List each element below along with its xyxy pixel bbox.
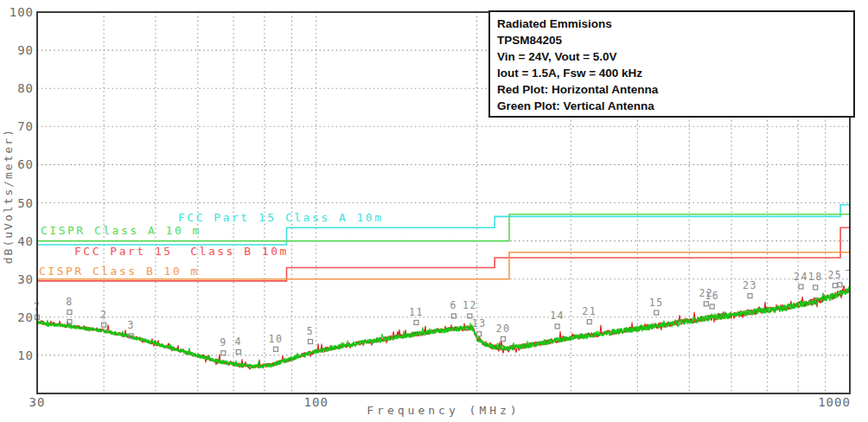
peak-marker-number: 16 bbox=[705, 290, 719, 302]
trace-vertical-antenna-pass2 bbox=[37, 289, 850, 368]
peak-marker-number: 18 bbox=[808, 271, 823, 283]
limit-label-fcc-class-b: FCC Part 15 Class B 10m bbox=[74, 245, 289, 258]
peak-marker-number: 13 bbox=[472, 317, 487, 329]
radiated-emissions-chart: 782394105116121320142115221623241825→100… bbox=[0, 0, 868, 422]
peak-marker-number: 6 bbox=[450, 299, 457, 311]
legend-green-plot: Green Plot: Vertical Antenna bbox=[497, 98, 853, 114]
y-tick-label: 90 bbox=[17, 43, 34, 57]
y-tick-label: 100 bbox=[10, 5, 34, 19]
trace-vertical-antenna-pass0 bbox=[37, 286, 850, 368]
peak-marker-square bbox=[587, 320, 591, 324]
legend-device: TPSM84205 bbox=[497, 32, 853, 48]
legend-vin-vout: Vin = 24V, Vout = 5.0V bbox=[497, 48, 853, 65]
peak-marker-square bbox=[67, 310, 72, 315]
legend-title: Radiated Emmisions bbox=[497, 16, 853, 32]
trace-horizontal-antenna-pass0 bbox=[37, 285, 850, 368]
legend-iout-fsw: Iout = 1.5A, Fsw = 400 kHz bbox=[497, 65, 853, 81]
peak-marker-square bbox=[236, 349, 240, 354]
peak-marker-number: 8 bbox=[66, 296, 73, 308]
peak-marker-number: 10 bbox=[269, 333, 284, 345]
peak-marker-square bbox=[102, 323, 106, 327]
peak-marker-square bbox=[748, 294, 752, 298]
peak-marker-square bbox=[799, 285, 803, 289]
peak-marker-number: 25 bbox=[827, 269, 842, 281]
trace-vertical-antenna-pass1 bbox=[37, 287, 850, 368]
peak-marker-number: 14 bbox=[550, 310, 565, 322]
peak-marker-number: 11 bbox=[409, 306, 424, 318]
peak-marker-number: 3 bbox=[127, 319, 134, 331]
y-tick-label: 10 bbox=[17, 348, 34, 362]
peak-marker-square bbox=[814, 285, 818, 290]
peak-marker-number: 23 bbox=[743, 279, 757, 291]
peak-marker-number: 5 bbox=[307, 325, 314, 337]
traces bbox=[37, 285, 850, 369]
limit-label-fcc-class-a: FCC Part 15 Class A 10m bbox=[178, 211, 384, 224]
peak-marker-square bbox=[308, 340, 312, 344]
peak-marker-number: 21 bbox=[582, 305, 597, 317]
peak-marker-square bbox=[838, 283, 842, 287]
peak-marker-number: 12 bbox=[463, 299, 477, 311]
peak-marker-square bbox=[833, 284, 837, 288]
peak-marker-number: 20 bbox=[496, 323, 511, 335]
y-tick-label: 80 bbox=[17, 81, 34, 95]
peak-marker-square bbox=[414, 320, 418, 324]
peak-marker-number: 24 bbox=[794, 271, 808, 283]
y-tick-label: 60 bbox=[17, 157, 34, 171]
peak-marker-number: 15 bbox=[649, 297, 664, 309]
y-tick-label: 40 bbox=[17, 234, 34, 248]
peak-marker-square bbox=[274, 347, 278, 351]
peak-marker-number: 2 bbox=[100, 309, 107, 321]
peak-marker-square bbox=[477, 332, 482, 336]
legend-red-plot: Red Plot: Horizontal Antenna bbox=[497, 81, 853, 98]
y-tick-label: 50 bbox=[17, 196, 34, 210]
y-tick-label: 70 bbox=[17, 119, 34, 133]
peak-marker-square bbox=[501, 336, 505, 341]
peak-marker-square bbox=[555, 324, 559, 329]
trace-horizontal-antenna-pass1 bbox=[37, 287, 850, 369]
limit-label-cispr-class-a: CISPR Class A 10 m bbox=[41, 224, 201, 237]
peak-marker-number: 9 bbox=[220, 336, 227, 348]
x-axis-title: Frequency (MHz) bbox=[37, 404, 850, 417]
limit-label-cispr-class-b: CISPR Class B 10 m bbox=[39, 265, 200, 278]
y-tick-label: 30 bbox=[17, 272, 34, 286]
peak-marker-square bbox=[654, 310, 659, 315]
peak-marker-square bbox=[710, 304, 714, 309]
legend-box: Radiated Emmisions TPSM84205 Vin = 24V, … bbox=[488, 10, 855, 118]
peak-markers: 782394105116121320142115221623241825→ bbox=[34, 264, 852, 355]
peak-marker-number: → bbox=[845, 264, 852, 276]
y-tick-label: 20 bbox=[17, 310, 34, 324]
peak-marker-number: 4 bbox=[235, 336, 242, 348]
peak-marker-square bbox=[221, 351, 226, 355]
peak-marker-square bbox=[704, 302, 708, 306]
y-axis-title: dB(uVolts/meter) bbox=[2, 128, 15, 264]
